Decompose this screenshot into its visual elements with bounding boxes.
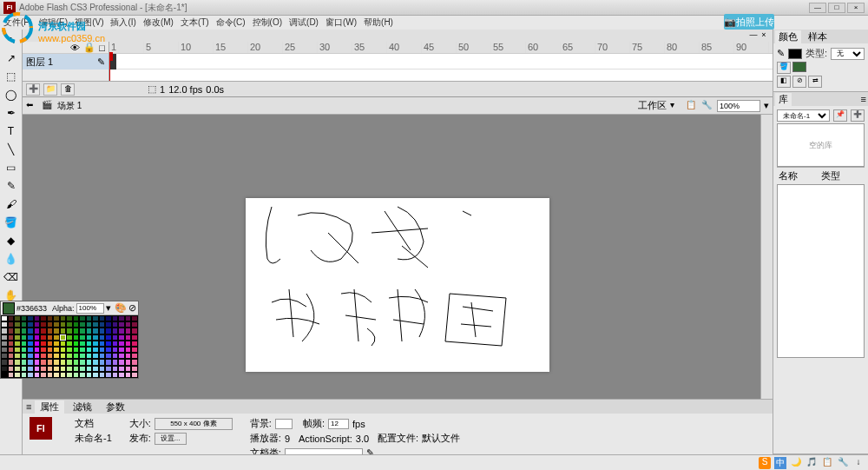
color-cell[interactable] bbox=[131, 366, 138, 372]
color-cell[interactable] bbox=[105, 321, 112, 328]
color-cell[interactable] bbox=[125, 315, 132, 321]
color-cell[interactable] bbox=[99, 315, 106, 321]
color-cell[interactable] bbox=[73, 334, 80, 341]
color-cell[interactable] bbox=[92, 315, 99, 321]
color-cell[interactable] bbox=[125, 341, 132, 347]
color-cell[interactable] bbox=[79, 353, 86, 359]
color-cell[interactable] bbox=[79, 341, 86, 347]
color-cell[interactable] bbox=[14, 341, 21, 347]
color-cell[interactable] bbox=[112, 334, 119, 341]
color-cell[interactable] bbox=[1, 359, 8, 365]
color-cell[interactable] bbox=[21, 328, 28, 334]
color-cell[interactable] bbox=[27, 359, 34, 365]
color-cell[interactable] bbox=[73, 372, 80, 378]
color-cell[interactable] bbox=[60, 353, 67, 359]
menu-insert[interactable]: 插入(I) bbox=[110, 17, 135, 29]
color-cell[interactable] bbox=[105, 366, 112, 372]
rectangle-tool[interactable]: ▭ bbox=[2, 159, 21, 176]
fill-type-select[interactable]: 无 bbox=[831, 48, 865, 60]
color-cell[interactable] bbox=[8, 372, 15, 378]
new-layer-button[interactable]: ➕ bbox=[26, 83, 40, 96]
color-cell[interactable] bbox=[47, 315, 54, 321]
color-cell[interactable] bbox=[131, 347, 138, 353]
ink-bottle-tool[interactable]: 🪣 bbox=[2, 214, 21, 231]
alpha-dropdown-icon[interactable]: ▾ bbox=[106, 302, 111, 314]
color-cell[interactable] bbox=[99, 334, 106, 341]
color-cell[interactable] bbox=[14, 347, 21, 353]
color-cell[interactable] bbox=[47, 341, 54, 347]
color-cell[interactable] bbox=[34, 372, 41, 378]
color-cell[interactable] bbox=[118, 353, 125, 359]
color-cell[interactable] bbox=[40, 372, 47, 378]
color-cell[interactable] bbox=[86, 347, 93, 353]
color-cell[interactable] bbox=[53, 321, 60, 328]
menu-debug[interactable]: 调试(D) bbox=[289, 17, 319, 29]
color-cell[interactable] bbox=[27, 366, 34, 372]
no-color-icon[interactable]: ⊘ bbox=[792, 76, 806, 88]
color-cell[interactable] bbox=[131, 372, 138, 378]
color-cell[interactable] bbox=[21, 341, 28, 347]
lock-icon[interactable]: 🔒 bbox=[83, 42, 95, 53]
minimize-button[interactable]: — bbox=[809, 3, 826, 13]
color-cell[interactable] bbox=[66, 321, 73, 328]
color-cell[interactable] bbox=[79, 315, 86, 321]
color-cell[interactable] bbox=[79, 334, 86, 341]
color-cell[interactable] bbox=[105, 315, 112, 321]
color-cell[interactable] bbox=[118, 359, 125, 365]
color-cell[interactable] bbox=[112, 341, 119, 347]
color-cell[interactable] bbox=[125, 353, 132, 359]
color-cell[interactable] bbox=[21, 372, 28, 378]
color-cell[interactable] bbox=[1, 347, 8, 353]
color-cell[interactable] bbox=[27, 315, 34, 321]
color-cell[interactable] bbox=[86, 359, 93, 365]
color-cell[interactable] bbox=[66, 334, 73, 341]
color-cell[interactable] bbox=[112, 353, 119, 359]
color-cell[interactable] bbox=[66, 347, 73, 353]
color-cell[interactable] bbox=[92, 366, 99, 372]
black-white-icon[interactable]: ◧ bbox=[777, 76, 791, 88]
color-cell[interactable] bbox=[53, 328, 60, 334]
edit-symbol-icon[interactable]: 🔧 bbox=[701, 100, 713, 112]
color-cell[interactable] bbox=[112, 347, 119, 353]
timeline-minimize-icon[interactable]: — bbox=[748, 30, 759, 41]
color-cell[interactable] bbox=[66, 341, 73, 347]
color-cell[interactable] bbox=[66, 328, 73, 334]
color-cell[interactable] bbox=[60, 321, 67, 328]
color-cell[interactable] bbox=[8, 347, 15, 353]
color-cell[interactable] bbox=[34, 353, 41, 359]
sogou-icon[interactable]: S bbox=[759, 457, 771, 469]
color-cell[interactable] bbox=[112, 321, 119, 328]
color-cell[interactable] bbox=[131, 334, 138, 341]
tab-library[interactable]: 库 bbox=[775, 93, 792, 106]
color-cell[interactable] bbox=[8, 359, 15, 365]
color-cell[interactable] bbox=[112, 366, 119, 372]
color-cell[interactable] bbox=[8, 334, 15, 341]
color-cell[interactable] bbox=[105, 353, 112, 359]
color-cell[interactable] bbox=[47, 328, 54, 334]
delete-layer-button[interactable]: 🗑 bbox=[61, 83, 75, 96]
color-cell[interactable] bbox=[125, 334, 132, 341]
color-wheel-icon[interactable]: 🎨 bbox=[115, 302, 127, 314]
color-cell[interactable] bbox=[34, 366, 41, 372]
color-cell[interactable] bbox=[99, 366, 106, 372]
brush-tool[interactable]: 🖌 bbox=[2, 195, 21, 213]
color-cell[interactable] bbox=[66, 359, 73, 365]
dropdown-icon[interactable]: ↓ bbox=[852, 457, 865, 469]
color-cell[interactable] bbox=[60, 347, 67, 353]
color-cell[interactable] bbox=[131, 328, 138, 334]
color-cell[interactable] bbox=[1, 372, 8, 378]
menu-control[interactable]: 控制(O) bbox=[253, 17, 282, 29]
color-cell[interactable] bbox=[79, 328, 86, 334]
paint-bucket-tool[interactable]: ◆ bbox=[2, 232, 21, 249]
color-cell[interactable] bbox=[60, 328, 67, 334]
color-cell[interactable] bbox=[73, 359, 80, 365]
color-cell[interactable] bbox=[79, 321, 86, 328]
color-cell[interactable] bbox=[99, 347, 106, 353]
color-cell[interactable] bbox=[99, 321, 106, 328]
color-cell[interactable] bbox=[21, 334, 28, 341]
close-button[interactable]: × bbox=[847, 3, 865, 13]
color-cell[interactable] bbox=[125, 372, 132, 378]
color-cell[interactable] bbox=[86, 315, 93, 321]
color-cell[interactable] bbox=[40, 321, 47, 328]
color-cell[interactable] bbox=[34, 334, 41, 341]
